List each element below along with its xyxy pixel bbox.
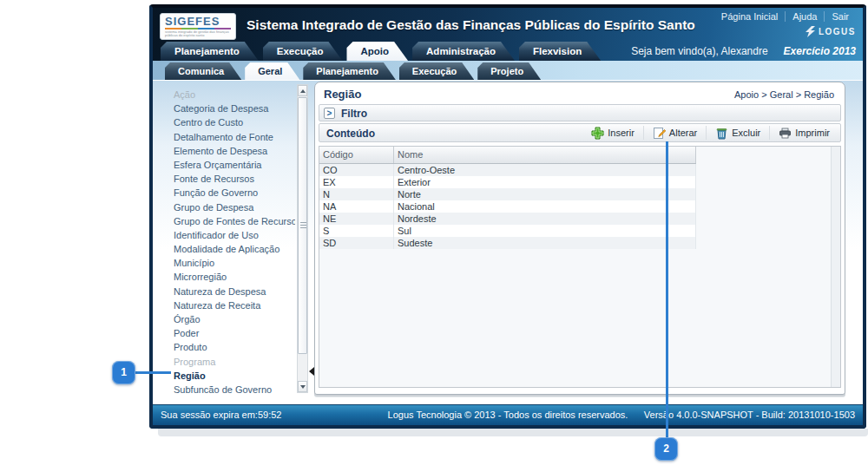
sidebar-item-natureza-de-receita[interactable]: Natureza de Receita [153, 298, 295, 312]
window-shadow [158, 429, 868, 436]
subtab-projeto[interactable]: Projeto [477, 62, 541, 80]
sub-tabs-bar: ComunicaGeralPlanejamentoExecuçãoProjeto [153, 61, 863, 81]
app-header: SIGEFES sistema integrado de gestão das … [153, 8, 863, 61]
sigefes-logo-text: SIGEFES [165, 16, 231, 27]
cell-nome: Nacional [394, 200, 696, 213]
print-label: Imprimir [795, 128, 830, 138]
sidebar-item-ação: Ação [153, 88, 295, 102]
grid-scroll-gutter [831, 147, 840, 387]
table-row-co[interactable]: COCentro-Oeste [319, 164, 696, 176]
sidebar-item-poder[interactable]: Poder [153, 326, 295, 340]
exercise-year: Exercício 2013 [784, 45, 856, 57]
content-toolbar: Conteúdo Inserir [319, 123, 841, 142]
version-text: Versão 4.0.0-SNAPSHOT - Build: 20131010-… [644, 410, 855, 420]
sidebar-item-esfera-orçamentária[interactable]: Esfera Orçamentária [153, 158, 295, 172]
subtab-execução[interactable]: Execução [399, 62, 474, 80]
app-window: SIGEFES sistema integrado de gestão das … [149, 4, 866, 429]
subtab-planejamento[interactable]: Planejamento [303, 62, 396, 80]
edit-button[interactable]: Alterar [643, 126, 706, 140]
sigefes-logo-tagline: sistema integrado de gestão das finanças… [165, 30, 231, 37]
sidebar-item-microrregião[interactable]: Microrregião [153, 270, 295, 284]
scroll-up-button[interactable] [298, 85, 307, 96]
arrow-down-icon [300, 385, 306, 389]
scrollbar-thumb[interactable] [298, 97, 307, 354]
header-link-ajuda[interactable]: Ajuda [785, 11, 824, 22]
scrollbar-grip-icon [300, 222, 306, 228]
sidebar-item-detalhamento-de-fonte[interactable]: Detalhamento de Fonte [153, 130, 295, 144]
table-row-sd[interactable]: SDSudeste [319, 237, 696, 249]
tab-flexvision[interactable]: Flexvision [519, 42, 601, 61]
welcome-text: Seja bem vindo(a), Alexandre [631, 45, 767, 57]
sidebar: AçãoCategoria de DespesaCentro de CustoD… [153, 81, 314, 404]
tab-administração[interactable]: Administração [412, 42, 515, 61]
sidebar-item-função-de-governo[interactable]: Função de Governo [153, 186, 295, 200]
column-header-nome[interactable]: Nome [394, 147, 696, 163]
callout-badge-2: 2 [654, 437, 678, 461]
main-menu-bar: PlanejamentoExecuçãoApoioAdministraçãoFl… [153, 41, 863, 61]
cell-nome: Centro-Oeste [394, 164, 696, 176]
tab-planejamento[interactable]: Planejamento [161, 42, 259, 61]
table-row-ne[interactable]: NENordeste [319, 213, 696, 225]
cell-nome: Exterior [394, 176, 696, 188]
logus-logo: LOGUS [805, 26, 856, 37]
tab-apoio[interactable]: Apoio [346, 42, 408, 61]
page: SIGEFES sistema integrado de gestão das … [0, 0, 868, 472]
sidebar-item-município[interactable]: Município [153, 256, 295, 270]
cell-nome: Norte [394, 188, 696, 200]
sidebar-item-grupo-de-despesa[interactable]: Grupo de Despesa [153, 200, 295, 214]
table-row-s[interactable]: SSul [319, 225, 696, 237]
delete-button[interactable]: Excluir [706, 126, 769, 140]
insert-button[interactable]: Inserir [582, 126, 643, 140]
delete-label: Excluir [732, 128, 760, 138]
sidebar-item-categoria-de-despesa[interactable]: Categoria de Despesa [153, 102, 295, 115]
column-header-código[interactable]: Código [319, 147, 394, 163]
subtab-comunica[interactable]: Comunica [165, 62, 241, 80]
arrow-up-icon [300, 89, 306, 93]
filter-expander-icon[interactable]: > [324, 108, 335, 119]
scroll-down-button[interactable] [298, 381, 307, 392]
sidebar-item-natureza-de-despesa[interactable]: Natureza de Despesa [153, 285, 295, 298]
sidebar-item-produto[interactable]: Produto [153, 340, 295, 354]
sidebar-item-identificador-de-uso[interactable]: Identificador de Uso [153, 228, 295, 242]
sidebar-item-subfunção-de-governo[interactable]: Subfunção de Governo [153, 383, 295, 393]
cell-codigo: S [319, 225, 394, 237]
app-footer: Sua sessão expira em:59:52 Logus Tecnolo… [153, 404, 863, 425]
sidebar-item-grupo-de-fontes-de-recursos[interactable]: Grupo de Fontes de Recursos [153, 214, 295, 228]
app-title: Sistema Integrado de Gestão das Finanças… [247, 17, 695, 33]
print-button[interactable]: Imprimir [769, 126, 838, 140]
sub-tabs: ComunicaGeralPlanejamentoExecuçãoProjeto [165, 62, 544, 80]
sidebar-item-modalidade-de-aplicação[interactable]: Modalidade de Aplicação [153, 242, 295, 256]
filter-bar: > Filtro [319, 104, 841, 121]
cell-nome: Sul [394, 225, 696, 237]
header-link-sair[interactable]: Sair [824, 11, 856, 22]
sidebar-item-centro-de-custo[interactable]: Centro de Custo [153, 115, 295, 129]
sidebar-item-fonte-de-recursos[interactable]: Fonte de Recursos [153, 172, 295, 186]
edit-pencil-icon [653, 127, 666, 140]
sidebar-item-programa: Programa [153, 355, 295, 369]
table-row-n[interactable]: NNorte [319, 188, 696, 200]
sigefes-logo: SIGEFES sistema integrado de gestão das … [160, 13, 236, 40]
grid-body: COCentro-OesteEXExteriorNNorteNANacional… [319, 164, 696, 249]
content-area: AçãoCategoria de DespesaCentro de CustoD… [153, 81, 863, 404]
sidebar-list: AçãoCategoria de DespesaCentro de CustoD… [153, 88, 295, 393]
cell-nome: Nordeste [394, 213, 696, 225]
sidebar-scrollbar[interactable] [297, 84, 308, 393]
subtab-geral[interactable]: Geral [245, 62, 299, 80]
content-label: Conteúdo [326, 128, 375, 140]
insert-plus-icon [591, 127, 604, 140]
cell-nome: Sudeste [394, 237, 696, 249]
main-tabs: PlanejamentoExecuçãoApoioAdministraçãoFl… [161, 42, 605, 61]
cell-codigo: NA [319, 200, 394, 213]
main-panel: Região Apoio > Geral > Região > Filtro C… [314, 82, 845, 395]
tab-execução[interactable]: Execução [263, 42, 343, 61]
filter-label: Filtro [341, 108, 367, 120]
table-row-ex[interactable]: EXExterior [319, 176, 696, 188]
sidebar-item-região[interactable]: Região [153, 369, 295, 383]
sidebar-item-elemento-de-despesa[interactable]: Elemento de Despesa [153, 144, 295, 158]
header-link-página-inicial[interactable]: Página Inicial [714, 11, 785, 22]
sidebar-item-órgão[interactable]: Órgão [153, 312, 295, 326]
logus-logo-text: LOGUS [819, 27, 856, 36]
page-title: Região [324, 88, 361, 101]
print-icon [779, 127, 792, 140]
table-row-na[interactable]: NANacional [319, 200, 696, 213]
